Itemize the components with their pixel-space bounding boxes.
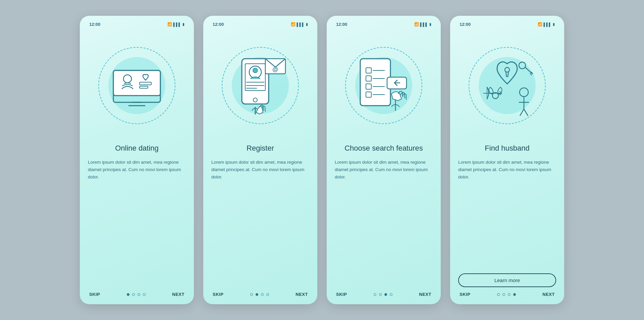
svg-line-30 — [525, 67, 532, 74]
battery-icon-1: ▮ — [182, 22, 184, 26]
dot-3-1 — [374, 293, 376, 296]
svg-rect-7 — [242, 59, 269, 104]
svg-point-28 — [505, 67, 509, 72]
signal-icon-1: ▌▌▌ — [173, 22, 181, 26]
svg-text:@: @ — [272, 66, 278, 73]
dot-3-4 — [390, 293, 392, 296]
status-bar-3: 12:00 📶 ▌▌▌ ▮ — [335, 22, 433, 27]
dot-4-2 — [502, 293, 505, 296]
svg-line-39 — [520, 109, 524, 116]
dot-1-3 — [138, 293, 140, 296]
status-icons-1: 📶 ▌▌▌ ▮ — [167, 22, 184, 26]
screen-online-dating: 12:00 📶 ▌▌▌ ▮ — [80, 16, 194, 304]
dot-4-4 — [513, 293, 516, 296]
next-button-3[interactable]: NEXT — [419, 292, 431, 297]
svg-point-36 — [520, 88, 528, 97]
battery-icon-4: ▮ — [553, 22, 555, 26]
learn-more-button[interactable]: Learn more — [458, 273, 556, 287]
nav-dots-3 — [374, 293, 392, 296]
next-button-2[interactable]: NEXT — [296, 292, 308, 297]
illustration-area-1 — [88, 34, 186, 138]
dot-2-1 — [250, 293, 253, 296]
nav-dots-1 — [127, 293, 146, 296]
dot-1-4 — [143, 293, 146, 296]
skip-button-2[interactable]: SKIP — [213, 292, 223, 297]
status-bar-4: 12:00 📶 ▌▌▌ ▮ — [458, 22, 556, 27]
svg-rect-17 — [360, 59, 390, 106]
screen-body-4: Lorem ipsum dolor sit dim amet, mea regi… — [458, 159, 556, 268]
screen-title-2: Register — [247, 144, 274, 153]
screen-title-1: Online dating — [115, 144, 159, 153]
wifi-icon-1: 📶 — [167, 22, 172, 26]
battery-icon-2: ▮ — [306, 22, 308, 26]
next-button-1[interactable]: NEXT — [172, 292, 184, 297]
dot-2-4 — [266, 293, 269, 296]
signal-icon-2: ▌▌▌ — [297, 22, 305, 26]
dot-2-2 — [256, 293, 258, 296]
status-time-4: 12:00 — [460, 22, 471, 27]
find-husband-illustration — [470, 50, 544, 121]
wifi-icon-2: 📶 — [291, 22, 296, 26]
dot-4-1 — [497, 293, 500, 296]
illustration-area-2: @ — [211, 34, 309, 138]
dot-2-3 — [261, 293, 264, 296]
svg-point-10 — [253, 68, 258, 73]
status-bar-2: 12:00 📶 ▌▌▌ ▮ — [211, 22, 309, 27]
status-icons-2: 📶 ▌▌▌ ▮ — [291, 22, 308, 26]
skip-button-4[interactable]: SKIP — [460, 292, 470, 297]
screen-title-4: Find husband — [485, 144, 529, 153]
screen-title-3: Choose search features — [344, 144, 423, 153]
status-time-2: 12:00 — [213, 22, 224, 27]
status-bar-1: 12:00 📶 ▌▌▌ ▮ — [88, 22, 186, 27]
dot-3-2 — [379, 293, 382, 296]
screen-body-3: Lorem ipsum dolor sit dim amet, mea regi… — [335, 159, 433, 288]
nav-bar-1: SKIP NEXT — [88, 288, 186, 298]
status-icons-4: 📶 ▌▌▌ ▮ — [538, 22, 555, 26]
nav-dots-4 — [497, 293, 516, 296]
screen-search-features: 12:00 📶 ▌▌▌ ▮ — [327, 16, 441, 304]
wifi-icon-4: 📶 — [538, 22, 542, 26]
screen-body-1: Lorem ipsum dolor sit dim amet, mea regi… — [88, 159, 186, 288]
skip-button-3[interactable]: SKIP — [336, 292, 347, 297]
screen-body-2: Lorem ipsum dolor sit dim amet, mea regi… — [211, 159, 309, 288]
status-icons-3: 📶 ▌▌▌ ▮ — [414, 22, 431, 26]
skip-button-1[interactable]: SKIP — [89, 292, 100, 297]
nav-dots-2 — [250, 293, 269, 296]
search-features-illustration — [348, 50, 419, 121]
wifi-icon-3: 📶 — [414, 22, 419, 26]
status-time-1: 12:00 — [89, 22, 100, 27]
screen-find-husband: 12:00 📶 ▌▌▌ ▮ — [450, 16, 564, 304]
dot-1-1 — [127, 293, 129, 296]
svg-line-40 — [524, 109, 528, 116]
battery-icon-3: ▮ — [429, 22, 431, 26]
status-time-3: 12:00 — [336, 22, 347, 27]
signal-icon-4: ▌▌▌ — [544, 22, 551, 26]
online-dating-illustration — [103, 52, 170, 119]
nav-bar-3: SKIP NEXT — [335, 288, 433, 298]
svg-point-29 — [519, 62, 526, 69]
illustration-area-4 — [458, 34, 556, 138]
screen-register: 12:00 📶 ▌▌▌ ▮ — [203, 16, 317, 304]
dot-1-2 — [132, 293, 135, 296]
dot-4-3 — [508, 293, 511, 296]
screens-container: 12:00 📶 ▌▌▌ ▮ — [80, 16, 564, 304]
nav-bar-2: SKIP NEXT — [211, 288, 309, 298]
next-button-4[interactable]: NEXT — [542, 292, 555, 297]
dot-3-3 — [384, 293, 387, 296]
register-illustration: @ — [227, 49, 294, 122]
nav-bar-4: SKIP NEXT — [458, 288, 556, 298]
svg-rect-1 — [113, 70, 160, 96]
illustration-area-3 — [335, 34, 433, 138]
signal-icon-3: ▌▌▌ — [420, 22, 428, 26]
